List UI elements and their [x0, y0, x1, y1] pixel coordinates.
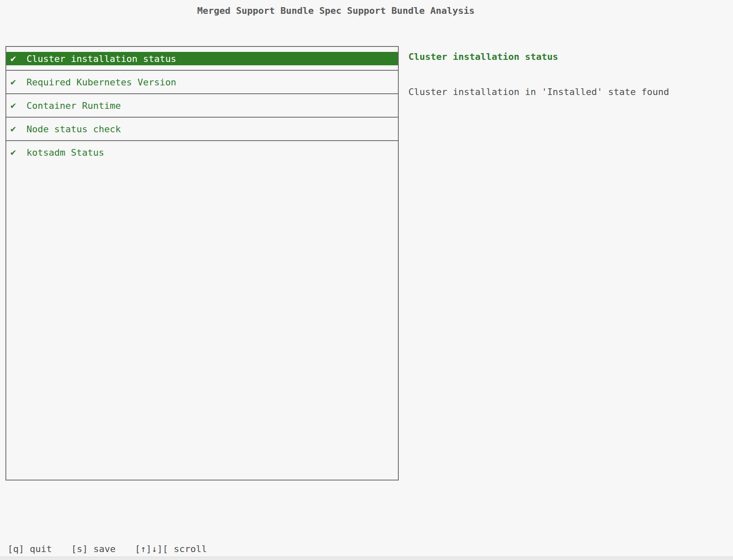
analyzer-item-container-runtime[interactable]: ✔ Container Runtime — [6, 99, 398, 112]
check-icon: ✔ — [10, 101, 16, 110]
analyzer-list: ✔ Cluster installation status ✔ Required… — [5, 46, 399, 480]
analyzer-item-kotsadm-status[interactable]: ✔ kotsadm Status — [6, 146, 398, 159]
check-icon: ✔ — [10, 54, 16, 63]
save-key-hint: [s] save — [71, 544, 116, 554]
analyzer-item-node-status-check[interactable]: ✔ Node status check — [6, 122, 398, 136]
row-divider — [6, 70, 398, 71]
statusbar: [q] quit [s] save [↑]↓][ scroll — [8, 544, 207, 554]
analyzer-item-label: Node status check — [26, 124, 121, 134]
scroll-key-hint: [↑]↓][ scroll — [135, 544, 207, 554]
row-divider — [6, 93, 398, 94]
analyzer-item-label: Required Kubernetes Version — [26, 77, 176, 87]
analyzer-item-label: Container Runtime — [26, 100, 121, 111]
quit-key-hint: [q] quit — [8, 544, 52, 554]
window-bottom-edge — [0, 557, 733, 560]
analyzer-item-label: Cluster installation status — [26, 54, 176, 64]
check-icon: ✔ — [10, 148, 16, 157]
analyzer-item-required-kubernetes-version[interactable]: ✔ Required Kubernetes Version — [6, 75, 398, 89]
check-icon: ✔ — [10, 124, 16, 134]
detail-message: Cluster installation in 'Installed' stat… — [408, 87, 669, 97]
page-title: Merged Support Bundle Spec Support Bundl… — [0, 5, 672, 16]
analyzer-item-cluster-installation-status[interactable]: ✔ Cluster installation status — [6, 52, 398, 65]
row-divider — [6, 140, 398, 141]
detail-heading: Cluster installation status — [408, 51, 558, 62]
row-divider — [6, 117, 398, 118]
check-icon: ✔ — [10, 77, 16, 87]
analyzer-item-label: kotsadm Status — [26, 147, 104, 158]
